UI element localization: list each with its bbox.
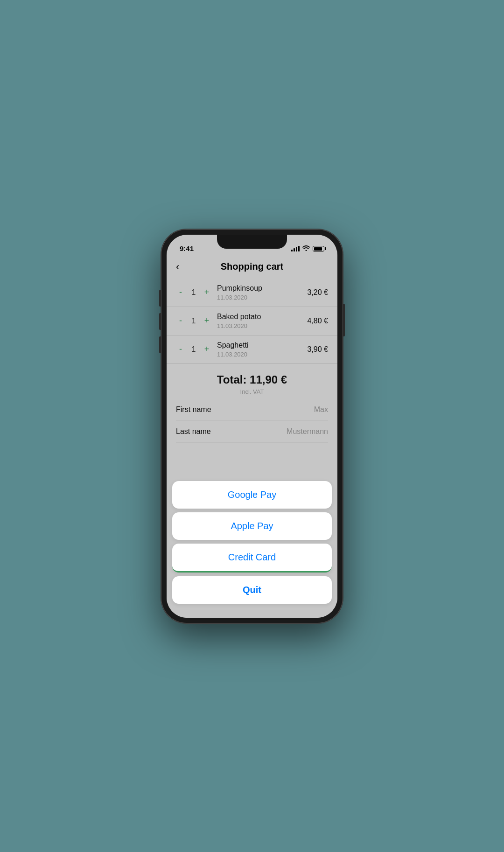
apple-pay-button[interactable]: Apple Pay	[172, 512, 332, 540]
phone-screen: 9:41	[167, 235, 337, 618]
google-pay-button[interactable]: Google Pay	[172, 481, 332, 509]
action-sheet: Google Pay Apple Pay Credit Card Quit	[167, 477, 337, 618]
action-sheet-overlay: Google Pay Apple Pay Credit Card Quit	[167, 235, 337, 618]
quit-button[interactable]: Quit	[172, 576, 332, 604]
phone-frame: 9:41	[161, 229, 343, 623]
credit-card-button[interactable]: Credit Card	[172, 544, 332, 573]
